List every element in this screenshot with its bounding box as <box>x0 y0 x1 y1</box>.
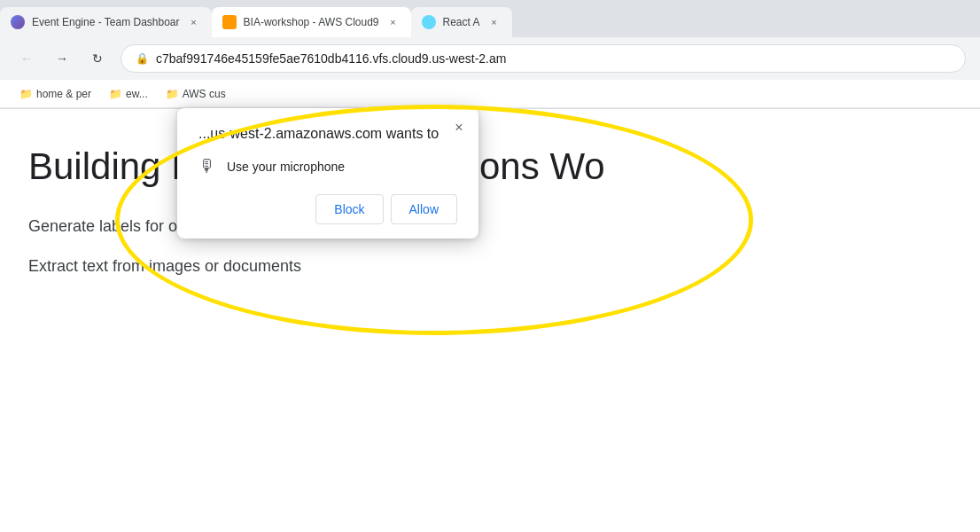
folder-icon-3: 📁 <box>166 88 179 100</box>
tab-react-close[interactable]: × <box>487 15 502 29</box>
bookmark-home[interactable]: 📁 home & per <box>14 86 97 102</box>
reload-button[interactable]: ↻ <box>85 46 110 71</box>
tab-spacer <box>512 7 980 37</box>
event-engine-favicon <box>11 15 25 29</box>
bookmarks-bar: 📁 home & per 📁 ew... 📁 AWS cus <box>0 80 980 108</box>
permission-dialog-overlay: × ...us-west-2.amazonaws.com wants to 🎙 … <box>177 108 478 239</box>
address-text: c7baf991746e45159fe5ae7610db4116.vfs.clo… <box>156 51 951 66</box>
page-content: Building Intelligent Applications Wo Gen… <box>0 109 980 464</box>
dialog-buttons: Block Allow <box>198 194 457 224</box>
microphone-icon: 🎙 <box>198 156 216 176</box>
page-subtitle-1: Generate labels for objects in an image <box>28 217 952 236</box>
tab-event-engine-label: Event Engine - Team Dashboar <box>32 16 180 28</box>
bookmark-aws[interactable]: 📁 AWS cus <box>160 86 231 102</box>
permission-dialog: × ...us-west-2.amazonaws.com wants to 🎙 … <box>177 108 478 239</box>
block-button[interactable]: Block <box>315 194 383 224</box>
tab-react-label: React A <box>443 16 480 28</box>
bookmark-new-label: ew... <box>126 88 148 100</box>
dialog-close-button[interactable]: × <box>450 119 468 137</box>
tab-cloud9[interactable]: BIA-workshop - AWS Cloud9 × <box>212 7 411 37</box>
folder-icon: 📁 <box>19 88 33 100</box>
dialog-title: ...us-west-2.amazonaws.com wants to <box>198 126 457 142</box>
react-favicon <box>422 15 436 29</box>
allow-button[interactable]: Allow <box>391 194 457 224</box>
forward-button[interactable]: → <box>50 46 74 71</box>
back-button[interactable]: ← <box>14 46 39 71</box>
dialog-permission-row: 🎙 Use your microphone <box>198 156 457 176</box>
bookmark-aws-label: AWS cus <box>183 88 226 100</box>
cloud9-favicon <box>222 15 237 29</box>
bookmark-new[interactable]: 📁 ew... <box>104 86 153 102</box>
tab-cloud9-close[interactable]: × <box>386 15 401 29</box>
address-bar: ← → ↻ 🔒 c7baf991746e45159fe5ae7610db4116… <box>0 37 980 80</box>
lock-icon: 🔒 <box>136 52 149 65</box>
page-subtitle-2: Extract text from images or documents <box>28 257 952 276</box>
bookmark-home-label: home & per <box>36 88 91 100</box>
tab-event-engine[interactable]: Event Engine - Team Dashboar × <box>0 7 212 37</box>
browser-chrome: Event Engine - Team Dashboar × BIA-works… <box>0 0 980 109</box>
tab-event-engine-close[interactable]: × <box>187 15 201 29</box>
tab-cloud9-label: BIA-workshop - AWS Cloud9 <box>244 16 379 28</box>
address-input[interactable]: 🔒 c7baf991746e45159fe5ae7610db4116.vfs.c… <box>121 44 966 73</box>
tab-bar: Event Engine - Team Dashboar × BIA-works… <box>0 0 980 37</box>
page-title: Building Intelligent Applications Wo <box>28 145 952 189</box>
folder-icon-2: 📁 <box>109 88 122 100</box>
tab-react[interactable]: React A × <box>411 7 512 37</box>
permission-text: Use your microphone <box>227 160 345 174</box>
